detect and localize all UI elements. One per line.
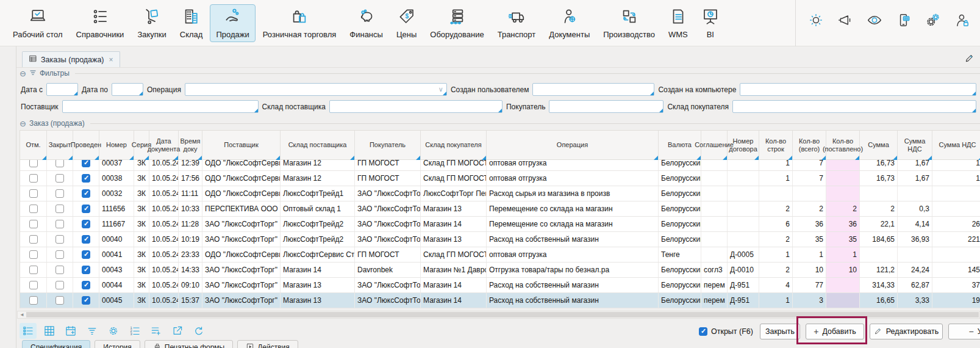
collapse-icon[interactable]: ⊖ (20, 70, 26, 78)
closed-checkbox[interactable] (55, 296, 64, 305)
date-to-input[interactable] (112, 83, 143, 96)
posted-checkbox[interactable] (82, 220, 90, 228)
grid-view-icon[interactable] (41, 323, 58, 339)
table-row-00045[interactable]: 00045ЗК10.05.2415:37ЗАО "ЛюксСофтТорг"Ма… (20, 293, 980, 308)
table-row-00040[interactable]: 00040ЗК10.05.2410:19ЗАО "ЛюксСофтТорг"Лю… (20, 232, 980, 247)
bottom-tab-Спецификация[interactable]: Спецификация (22, 340, 90, 348)
ribbon-item-11[interactable]: Документы (543, 4, 596, 42)
marked-checkbox[interactable] (29, 205, 38, 213)
posted-checkbox[interactable] (82, 160, 90, 167)
delete-button[interactable]: −Удал (948, 324, 980, 339)
table-row-00032[interactable]: 00032ЗК10.05.2411:11ОДО "ЛюксСофтСервисЛ… (20, 186, 980, 201)
calendar-icon[interactable] (62, 323, 79, 339)
column-header-num[interactable]: Номер (99, 131, 134, 159)
bottom-tab-Действия[interactable]: Действия (237, 340, 298, 348)
closed-checkbox[interactable] (55, 235, 64, 244)
supplier-wh-input[interactable] (329, 100, 503, 113)
table-row-00038[interactable]: 00038ЗК10.05.2417:56ОДО "ЛюксСофтСервисМ… (20, 171, 980, 186)
closed-checkbox[interactable] (55, 160, 64, 167)
edit-button[interactable]: Редактировать (870, 324, 943, 339)
phone-chat-icon[interactable] (896, 12, 912, 31)
column-header-operation[interactable]: Операция (487, 131, 659, 159)
scroll-left-icon[interactable]: ◄ (20, 312, 24, 317)
column-header-posted[interactable]: Проведен (73, 131, 99, 159)
ribbon-item-14[interactable]: BI (695, 4, 726, 42)
export-icon[interactable] (169, 323, 186, 339)
eye-icon[interactable] (867, 12, 882, 31)
open-checkbox[interactable] (699, 327, 707, 336)
settings-icon[interactable] (925, 12, 941, 31)
marked-checkbox[interactable] (29, 266, 38, 274)
column-header-date[interactable]: Дата документа (149, 131, 179, 159)
posted-checkbox[interactable] (82, 250, 90, 259)
ribbon-item-7[interactable]: Финансы (343, 4, 389, 42)
marked-checkbox[interactable] (29, 220, 38, 228)
ribbon-item-10[interactable]: Транспорт (492, 4, 542, 42)
table-row-00043[interactable]: 00043ЗК10.05.2414:33ЗАО "ЛюксСофтТорг"Ма… (20, 263, 980, 278)
column-header-vat2[interactable]: Сумма НДС (932, 131, 980, 159)
collapse-icon[interactable]: ⊖ (20, 120, 26, 128)
posted-checkbox[interactable] (82, 266, 90, 274)
posted-checkbox[interactable] (82, 281, 90, 289)
column-header-buyer_wh[interactable]: Склад покупателя (421, 131, 487, 159)
buyer-input[interactable] (549, 100, 663, 113)
ribbon-item-4[interactable]: Склад (174, 4, 209, 42)
posted-checkbox[interactable] (82, 235, 90, 244)
column-header-qty_lines[interactable]: Кол-во строк (759, 131, 793, 159)
user-permissions-icon[interactable] (954, 12, 970, 31)
posted-checkbox[interactable] (82, 174, 90, 183)
refresh-icon[interactable] (190, 323, 207, 339)
ribbon-item-5[interactable]: Продажи (210, 4, 255, 42)
ribbon-item-2[interactable]: Справочники (70, 4, 131, 42)
marked-checkbox[interactable] (29, 189, 38, 198)
table-row-00037[interactable]: 00037ЗК10.05.2412:39ОДО "ЛюксСофтСервисМ… (20, 160, 980, 171)
filter-icon[interactable] (84, 323, 101, 339)
created-by-input[interactable] (532, 83, 654, 96)
edit-pencil-icon[interactable] (964, 53, 975, 63)
marked-checkbox[interactable] (29, 281, 38, 289)
numbered-list-icon[interactable]: 123 (126, 323, 143, 339)
brightness-icon[interactable] (808, 12, 824, 31)
operation-select[interactable]: ∨ (185, 83, 447, 96)
created-on-input[interactable] (740, 83, 976, 96)
ribbon-item-12[interactable]: Производство (597, 4, 661, 42)
column-header-contract[interactable]: Номер договора (728, 131, 759, 159)
buyer-wh-input[interactable] (732, 100, 976, 113)
supplier-input[interactable] (62, 100, 259, 113)
marked-checkbox[interactable] (29, 174, 38, 183)
close-button[interactable]: Закрыть (760, 324, 800, 339)
table-row-111667[interactable]: 111667ЗК10.05.2411:28ЗАО "ЛюксСофтТорг"Л… (20, 217, 980, 232)
column-header-buyer[interactable]: Покупатель (355, 131, 421, 159)
marked-checkbox[interactable] (29, 296, 38, 305)
closed-checkbox[interactable] (55, 266, 64, 274)
tab-close-icon[interactable]: × (109, 56, 113, 64)
marked-checkbox[interactable] (29, 250, 38, 259)
posted-checkbox[interactable] (82, 296, 90, 305)
marked-checkbox[interactable] (29, 160, 38, 167)
scrollbar-thumb[interactable] (26, 312, 979, 317)
ribbon-item-13[interactable]: WMS (662, 4, 694, 42)
column-header-closed[interactable]: Закрыт (47, 131, 73, 159)
ribbon-item-6[interactable]: Розничная торговля (257, 4, 343, 42)
column-header-supplier_wh[interactable]: Склад поставщика (281, 131, 355, 159)
closed-checkbox[interactable] (55, 189, 64, 198)
ribbon-item-3[interactable]: Закупки (131, 4, 172, 42)
closed-checkbox[interactable] (55, 220, 64, 228)
column-header-agreement[interactable]: Соглашение (701, 131, 728, 159)
horizontal-scrollbar[interactable]: ◄ (17, 311, 980, 319)
posted-checkbox[interactable] (82, 205, 90, 213)
table-row-00041[interactable]: 00041ЗК10.05.2423:33ОДО "ЛюксСофтСервисЛ… (20, 247, 980, 263)
bottom-tab-Печатные формы[interactable]: Печатные формы (145, 340, 233, 348)
closed-checkbox[interactable] (55, 281, 64, 289)
column-header-time[interactable]: Время доку (179, 131, 202, 159)
bottom-tab-История[interactable]: История (95, 340, 140, 348)
column-header-qty_total[interactable]: Кол-во (всего) (793, 131, 826, 159)
posted-checkbox[interactable] (82, 189, 90, 198)
ribbon-item-8[interactable]: $Цены (390, 4, 423, 42)
ribbon-item-9[interactable]: Оборудование (424, 4, 490, 42)
column-header-sum[interactable]: Сумма (860, 131, 898, 159)
column-header-vat[interactable]: Сумма НДС (898, 131, 932, 159)
date-from-input[interactable] (46, 83, 78, 96)
gear-icon[interactable] (105, 323, 122, 339)
closed-checkbox[interactable] (55, 205, 64, 213)
